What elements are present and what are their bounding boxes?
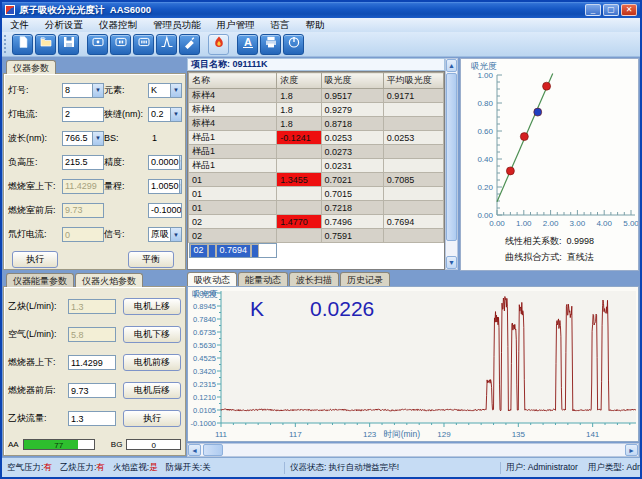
interlock-label: 防爆开关:: [166, 462, 202, 472]
param-field-left-3[interactable]: 215.5: [62, 155, 104, 170]
tab-dynamic-3[interactable]: 历史记录: [340, 272, 390, 286]
motor-button-4[interactable]: 执行: [123, 410, 181, 427]
param-field-right-3[interactable]: 0.0000▼: [148, 155, 182, 170]
svg-text:0.7840: 0.7840: [193, 315, 216, 324]
new-file-button[interactable]: [12, 34, 33, 55]
minimize-button[interactable]: _: [585, 4, 601, 16]
tab-flame-0[interactable]: 仪器能量参数: [6, 273, 74, 287]
menu-item-file[interactable]: 文件: [2, 19, 37, 32]
burner-adjust-icon: [183, 35, 197, 53]
svg-text:0.8945: 0.8945: [193, 302, 216, 311]
burner-adjust-button[interactable]: [179, 34, 200, 55]
param-field-left-1[interactable]: 2: [62, 107, 104, 122]
table-row[interactable]: 标样41.80.95170.9171: [189, 89, 444, 103]
param-row: 灯电流:2狭缝(nm):0.2▼: [8, 104, 182, 124]
table-row[interactable]: 标样41.80.8718: [189, 117, 444, 131]
flame-field-2[interactable]: 11.4299: [68, 355, 116, 370]
tab-dynamic-2[interactable]: 波长扫描: [289, 272, 339, 286]
param-field-left-6: 0: [62, 227, 104, 242]
printer-icon: [264, 35, 278, 53]
cell-absorbance: 0.7694: [216, 244, 252, 258]
param-field-right-5[interactable]: -0.1000▼: [148, 203, 182, 218]
param-field-right-1[interactable]: 0.2▼: [148, 107, 182, 122]
chevron-down-icon[interactable]: ▼: [179, 180, 182, 193]
tab-instrument-params[interactable]: 仪器参数: [6, 60, 56, 74]
table-row[interactable]: 020.7591: [189, 229, 444, 243]
motor-button-2[interactable]: 电机前移: [123, 354, 181, 371]
printer-button[interactable]: [260, 34, 281, 55]
chevron-down-icon[interactable]: ▼: [170, 108, 181, 121]
maximize-button[interactable]: ▢: [603, 4, 619, 16]
tab-dynamic-0[interactable]: 吸收动态: [187, 272, 237, 286]
table-row[interactable]: 011.34550.70210.7085: [189, 173, 444, 187]
execute-button[interactable]: 执行: [12, 251, 58, 268]
param-field-right-0[interactable]: K▼: [148, 83, 182, 98]
scroll-left-arrow-icon[interactable]: ◄: [188, 444, 201, 456]
close-button[interactable]: ✕: [621, 4, 637, 16]
flame-field-3[interactable]: 9.73: [68, 383, 116, 398]
param-field-right-4[interactable]: 1.0050▼: [148, 179, 182, 194]
flame-field-4[interactable]: 1.3: [68, 411, 116, 426]
chevron-down-icon[interactable]: ▼: [92, 132, 103, 145]
wavelength-scan-button[interactable]: [156, 34, 177, 55]
motor-button-1[interactable]: 电机下移: [123, 326, 181, 343]
table-row[interactable]: 010.7015: [189, 187, 444, 201]
scroll-thumb[interactable]: [203, 444, 223, 456]
cell-avg-absorbance: 0.7085: [383, 173, 443, 187]
chevron-down-icon[interactable]: ▼: [92, 84, 103, 97]
param-field-left-0[interactable]: 8▼: [62, 83, 104, 98]
title-bar[interactable]: 原子吸收分光光度计 AAS6000 _ ▢ ✕: [2, 2, 640, 18]
scroll-right-arrow-icon[interactable]: ►: [625, 444, 638, 456]
open-file-button[interactable]: [35, 34, 56, 55]
balance-button[interactable]: 平衡: [128, 251, 174, 268]
motor-button-0[interactable]: 电机上移: [123, 298, 181, 315]
scroll-thumb[interactable]: [446, 73, 457, 241]
menu-item-language[interactable]: 语言: [263, 19, 298, 32]
motor-button-3[interactable]: 电机后移: [123, 382, 181, 399]
lamp-energy-button[interactable]: [133, 34, 154, 55]
menu-item-analysis-settings[interactable]: 分析设置: [37, 19, 91, 32]
table-row[interactable]: 样品10.0273: [189, 145, 444, 159]
dynamic-chart-scrollbar[interactable]: ◄ ►: [187, 443, 639, 457]
table-row[interactable]: 010.7218: [189, 201, 444, 215]
param-row: 燃烧室前后:9.73-0.1000▼: [8, 200, 182, 220]
chevron-down-icon[interactable]: ▼: [170, 228, 181, 241]
power-button[interactable]: [283, 34, 304, 55]
table-row[interactable]: 020.7694: [189, 243, 277, 258]
param-field-left-2[interactable]: 766.5▼: [62, 131, 104, 146]
flame-ignite-button[interactable]: [208, 34, 229, 55]
param-field-right-6[interactable]: 原吸▼: [148, 227, 182, 242]
tab-dynamic-1[interactable]: 能量动态: [238, 272, 288, 286]
menu-item-user-management[interactable]: 用户管理: [209, 19, 263, 32]
table-row[interactable]: 021.47700.74960.7694: [189, 215, 444, 229]
param-buttons: 执行平衡: [8, 249, 182, 268]
menu-item-admin-functions[interactable]: 管理员功能: [145, 19, 209, 32]
scroll-down-arrow-icon[interactable]: ▼: [446, 256, 457, 269]
lamp-energy-icon: [137, 35, 151, 53]
cell-name: 01: [189, 187, 277, 201]
cell-absorbance: 0.0273: [321, 145, 383, 159]
scroll-up-arrow-icon[interactable]: ▲: [446, 59, 457, 72]
autosampler-button[interactable]: A: [237, 34, 258, 55]
save-button[interactable]: [58, 34, 79, 55]
cell-avg-absorbance: [383, 201, 443, 215]
cell-absorbance: 0.7021: [321, 173, 383, 187]
cell-absorbance: 0.0253: [321, 131, 383, 145]
menu-item-help[interactable]: 帮助: [298, 19, 333, 32]
chevron-down-icon[interactable]: ▼: [179, 156, 182, 169]
table-row[interactable]: 样品1-0.12410.02530.0253: [189, 131, 444, 145]
param-label: 量程:: [104, 180, 148, 193]
lamp-current-button[interactable]: [87, 34, 108, 55]
table-row[interactable]: 样品10.0231: [189, 159, 444, 173]
results-table-scrollbar[interactable]: ▲ ▼: [445, 58, 458, 270]
param-row: 波长(nm):766.5▼BS:1: [8, 128, 182, 148]
cell-name: 标样4: [189, 89, 277, 103]
menu-item-instrument-control[interactable]: 仪器控制: [91, 19, 145, 32]
table-row[interactable]: 标样41.80.9279: [189, 103, 444, 117]
flame-field-0: 1.3: [68, 299, 116, 314]
lamp-position-button[interactable]: [110, 34, 131, 55]
svg-text:-0.1000: -0.1000: [191, 419, 216, 428]
tab-flame-1[interactable]: 仪器火焰参数: [75, 273, 143, 287]
chevron-down-icon[interactable]: ▼: [170, 84, 181, 97]
curve-fit-method: 曲线拟合方式: 直线法: [461, 251, 638, 264]
